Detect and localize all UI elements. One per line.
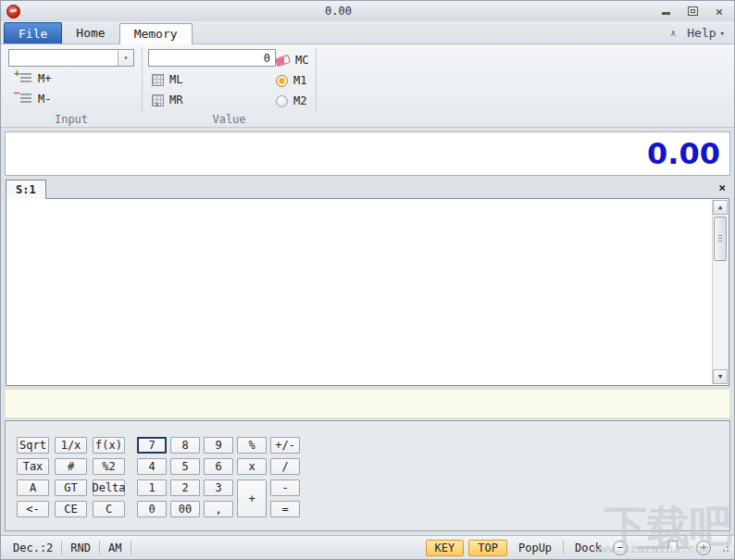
key-percent[interactable]: % [237, 437, 267, 454]
key-count[interactable]: # [55, 458, 87, 475]
zoom-in-icon: + [701, 542, 707, 553]
key-3[interactable]: 3 [204, 479, 233, 496]
memory-plus-button[interactable]: + M+ [18, 70, 54, 87]
memory-load-icon [152, 74, 164, 86]
tab-home[interactable]: Home [62, 22, 118, 44]
key-divide[interactable]: / [270, 458, 300, 475]
memory-minus-button[interactable]: − M- [18, 91, 54, 107]
ribbon-tab-row: File Home Memory ∧ Help ▾ [1, 21, 734, 44]
tape-tab-s1[interactable]: S:1 [6, 180, 46, 199]
status-bar: Dec.:2 RND AM KEY TOP PopUp Dock − + [1, 535, 734, 559]
key-1[interactable]: 1 [137, 479, 167, 496]
scrollbar-thumb[interactable] [714, 217, 727, 261]
key-clear-entry[interactable]: CE [55, 501, 87, 517]
app-icon[interactable] [6, 5, 20, 19]
scroll-up-button[interactable]: ▲ [713, 200, 728, 215]
restore-icon [688, 6, 698, 16]
zoom-out-button[interactable]: − [613, 541, 628, 555]
resize-grip[interactable] [718, 541, 730, 554]
key-clear[interactable]: C [93, 501, 125, 517]
key-multiply[interactable]: x [237, 458, 267, 475]
key-comma[interactable]: , [204, 501, 233, 517]
key-percent2[interactable]: %2 [93, 458, 125, 475]
close-button[interactable]: × [710, 5, 729, 19]
radio-selected-icon [276, 75, 288, 87]
key-6[interactable]: 6 [204, 458, 233, 475]
key-8[interactable]: 8 [170, 437, 200, 454]
tape-tab-strip: S:1 × [6, 176, 729, 198]
zoom-slider-thumb[interactable] [668, 541, 678, 553]
key-backspace[interactable]: <- [17, 501, 49, 517]
memory-recall-label: MR [169, 93, 182, 106]
top-toggle-button[interactable]: TOP [468, 540, 507, 556]
memory-clear-button[interactable]: MC [276, 52, 308, 68]
ribbon-group-input: ▾ + M+ − M- Input [1, 44, 142, 128]
key-plusminus[interactable]: +/- [270, 437, 300, 454]
status-decimals[interactable]: Dec.:2 [5, 541, 61, 554]
scroll-down-button[interactable]: ▼ [713, 369, 728, 384]
help-menu[interactable]: Help ▾ [687, 26, 725, 40]
zoom-in-button[interactable]: + [696, 541, 711, 555]
key-0[interactable]: 0 [137, 501, 167, 517]
key-5[interactable]: 5 [170, 458, 200, 475]
numeric-key-block: 7 8 9 % +/- 4 5 6 x / 1 2 3 + - 0 00 , = [137, 437, 300, 517]
scroll-up-icon: ▲ [718, 204, 722, 211]
status-rounding[interactable]: RND [62, 541, 99, 554]
scroll-down-icon: ▼ [718, 373, 722, 380]
memory-recall-button[interactable]: ↓ MR [152, 92, 182, 108]
memory-value-field[interactable]: 0 [148, 49, 276, 67]
memory-plus-icon: + [20, 73, 31, 84]
tape-scrollbar[interactable]: ▲ ▼ [712, 200, 728, 384]
popup-button[interactable]: PopUp [512, 541, 558, 555]
key-equals[interactable]: = [270, 501, 300, 517]
key-2[interactable]: 2 [170, 479, 200, 496]
function-key-block: Sqrt 1/x f(x) Tax # %2 A GT Delta <- CE … [17, 437, 125, 517]
key-delta[interactable]: Delta [93, 479, 125, 496]
tape-close-icon: × [718, 180, 726, 194]
entry-strip[interactable] [5, 389, 730, 418]
key-7[interactable]: 7 [137, 437, 167, 454]
calculator-window: 0.00 × File Home Memory ∧ Help ▾ ▾ + [0, 0, 735, 560]
key-toggle-button[interactable]: KEY [426, 540, 465, 556]
tape-area[interactable]: ▲ ▼ [6, 198, 729, 386]
memory-slot2-radio[interactable]: M2 [276, 93, 306, 109]
close-icon: × [716, 5, 723, 19]
memory-plus-label: M+ [38, 72, 51, 85]
value-group-label: Value [143, 113, 316, 126]
key-tax[interactable]: Tax [17, 458, 49, 475]
key-00[interactable]: 00 [170, 501, 200, 517]
memory-load-label: ML [169, 73, 182, 86]
key-minus[interactable]: - [270, 479, 300, 496]
dock-button[interactable]: Dock [568, 541, 608, 555]
ribbon: ▾ + M+ − M- Input 0 ML ↓ MR [1, 44, 734, 128]
combobox-dropdown-icon[interactable]: ▾ [118, 50, 133, 66]
radio-unselected-icon [276, 95, 288, 107]
key-sqrt[interactable]: Sqrt [17, 437, 49, 454]
ribbon-group-value: 0 ML ↓ MR MC M1 M2 Value [143, 44, 316, 128]
zoom-slider[interactable] [635, 546, 689, 549]
zoom-out-icon: − [617, 542, 624, 553]
memory-slot1-radio[interactable]: M1 [276, 72, 306, 89]
keypad-panel: Sqrt 1/x f(x) Tax # %2 A GT Delta <- CE … [5, 420, 730, 531]
status-am[interactable]: AM [100, 541, 130, 554]
tab-file[interactable]: File [4, 22, 62, 44]
memory-load-button[interactable]: ML [152, 71, 182, 88]
key-9[interactable]: 9 [204, 437, 233, 454]
help-label: Help [687, 26, 716, 40]
collapse-ribbon-icon[interactable]: ∧ [670, 28, 676, 38]
key-inverse[interactable]: 1/x [55, 437, 87, 454]
key-function[interactable]: f(x) [93, 437, 125, 454]
tab-memory[interactable]: Memory [119, 23, 193, 44]
tape-close-button[interactable]: × [718, 180, 729, 198]
restore-button[interactable] [683, 5, 702, 19]
key-grandtotal[interactable]: GT [55, 479, 87, 496]
key-4[interactable]: 4 [137, 458, 167, 475]
status-separator [131, 541, 131, 554]
minimize-button[interactable] [656, 5, 675, 19]
key-a[interactable]: A [17, 479, 49, 496]
memory-slot1-label: M1 [293, 74, 306, 87]
memory-recall-icon: ↓ [152, 94, 164, 106]
memory-input-combobox[interactable]: ▾ [8, 49, 134, 67]
key-plus[interactable]: + [237, 479, 267, 517]
memory-minus-label: M- [38, 93, 51, 106]
